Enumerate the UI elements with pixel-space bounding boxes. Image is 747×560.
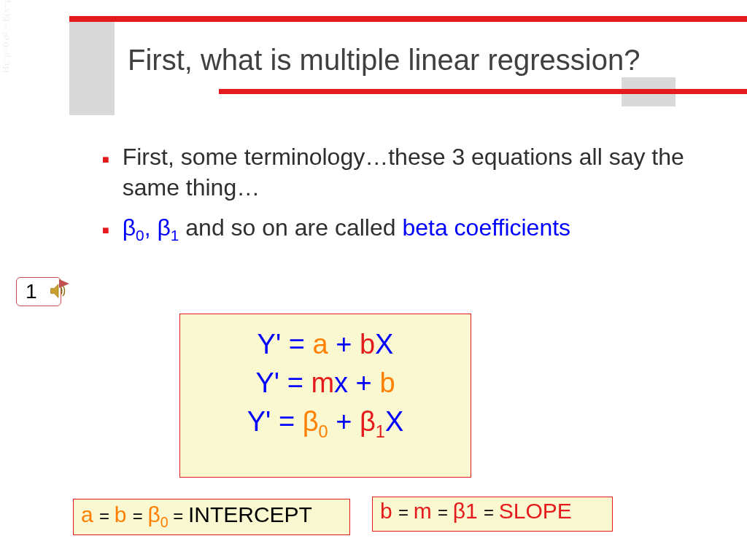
eq1-x: X [375, 329, 393, 359]
slope-eq3: = [484, 502, 499, 522]
intercept-beta: β [147, 502, 160, 526]
mid-accent-bar [219, 89, 747, 94]
slope-label: SLOPE [499, 499, 572, 523]
eq3-plus: + [328, 406, 360, 437]
eq1-b: b [360, 329, 375, 359]
bullet-1-text: First, some terminology…these 3 equation… [123, 142, 703, 203]
grey-block-left-decor [69, 22, 115, 115]
bullet-marker-icon: ■ [102, 223, 109, 238]
bullet-marker-icon: ■ [102, 152, 109, 168]
bullet-2-blue-term: beta coefficients [402, 214, 570, 241]
bullet-2-middle: and so on are called [179, 214, 402, 241]
top-accent-bar [69, 16, 747, 22]
equation-2: Y' = mx + b [180, 368, 471, 399]
bullet-2: ■ β0, β1 and so on are called beta coeff… [102, 213, 703, 245]
bullet-list: ■ First, some terminology…these 3 equati… [102, 142, 703, 256]
eq3-sub0: 0 [319, 422, 328, 441]
equation-1: Y' = a + bX [180, 329, 471, 360]
eq3-beta0: β [303, 406, 319, 437]
eq1-y: Y' = [258, 329, 313, 359]
slope-beta: β [453, 499, 465, 523]
eq2-y: Y' = [255, 368, 311, 398]
callout-label: 1 [26, 280, 37, 303]
intercept-eq3: = [169, 506, 188, 526]
eq3-y: Y' = [247, 406, 303, 437]
intercept-sub0: 0 [160, 514, 169, 530]
slope-b: b [380, 499, 398, 523]
equations-box: Y' = a + bX Y' = mx + b Y' = β0 + β1X [179, 314, 471, 478]
eq2-x: x [334, 368, 348, 398]
intercept-box: a = b = β0 = INTERCEPT [73, 499, 350, 535]
intercept-b: b [115, 502, 133, 526]
intercept-label: INTERCEPT [188, 502, 312, 526]
equation-3: Y' = β0 + β1X [180, 406, 471, 442]
bullet-2-text: β0, β1 and so on are called beta coeffic… [123, 213, 570, 245]
slope-box: b = m = β1 = SLOPE [372, 497, 613, 532]
eq3-sub1: 1 [376, 422, 385, 441]
eq1-a: a [312, 329, 328, 359]
slide-title: First, what is multiple linear regressio… [128, 44, 640, 77]
beta-symbol: β [123, 214, 136, 241]
eq3-beta1: β [360, 406, 376, 437]
eq2-plus: + [348, 368, 379, 398]
slope-m: m [414, 499, 438, 523]
beta-sub-0: 0 [136, 228, 144, 244]
slope-eq2: = [438, 502, 453, 522]
intercept-eq1: = [99, 506, 115, 526]
eq2-m: m [311, 368, 334, 398]
intercept-eq2: = [133, 506, 148, 526]
beta-sub-1: 1 [171, 228, 179, 244]
intercept-a: a [81, 502, 99, 526]
slope-eq1: = [398, 502, 414, 522]
eq2-b: b [379, 368, 395, 398]
eq1-plus: + [328, 329, 360, 359]
bullet-1: ■ First, some terminology…these 3 equati… [102, 142, 703, 203]
speaker-icon [48, 281, 69, 301]
eq3-x: X [385, 406, 403, 437]
slope-one: 1 [465, 499, 484, 523]
beta-symbol-2: , β [144, 214, 171, 241]
